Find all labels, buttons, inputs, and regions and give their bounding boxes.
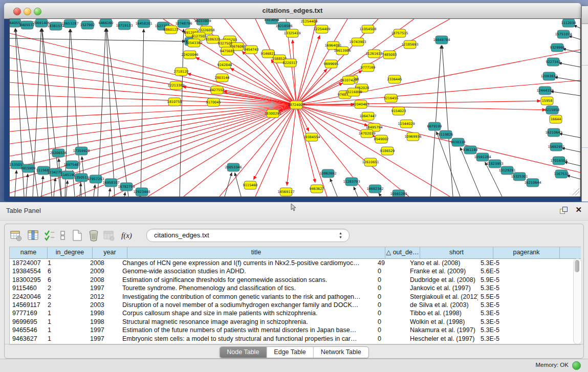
table-row[interactable]: 946362711997Embryonic stem cells: a mode… <box>10 335 581 343</box>
network-node[interactable]: 16210644 <box>524 179 541 187</box>
network-edge[interactable] <box>187 74 296 105</box>
network-edge[interactable] <box>26 174 28 196</box>
network-node[interactable]: 14569117 <box>277 188 294 196</box>
network-node[interactable]: 9475685 <box>220 47 235 55</box>
network-node[interactable]: 11823953 <box>486 160 503 168</box>
column-header-in_degree[interactable]: in_degree <box>48 247 93 258</box>
table-settings-icon[interactable] <box>10 229 22 242</box>
table-row[interactable]: 1456911722003Disruption of a novel membe… <box>10 301 581 309</box>
select-rows-icon[interactable] <box>43 229 56 242</box>
network-edge[interactable] <box>112 105 296 196</box>
network-node[interactable]: 10719133 <box>116 21 133 30</box>
network-node[interactable]: 16958107 <box>102 179 119 187</box>
network-node[interactable]: 18724007 <box>288 101 304 109</box>
network-edge[interactable] <box>41 176 43 196</box>
network-node[interactable]: 8549002 <box>374 135 389 143</box>
network-node[interactable]: 3915909 <box>21 164 36 172</box>
network-node[interactable]: 12254409 <box>313 25 330 33</box>
network-node[interactable]: 1350513 <box>74 173 89 182</box>
network-node[interactable]: 8405572 <box>20 21 35 29</box>
network-edge[interactable] <box>184 105 296 196</box>
network-node[interactable]: 9699695 <box>324 60 339 68</box>
table-row[interactable]: 911546021997Tourette syndrome. Phenomeno… <box>10 284 581 292</box>
table-selector-combobox[interactable]: citations_edges.txt ▲▼ <box>146 229 350 242</box>
network-node[interactable]: 14702039 <box>358 129 375 138</box>
network-node[interactable]: 10543382 <box>185 39 202 47</box>
network-node[interactable]: 12923448 <box>133 188 150 196</box>
network-node[interactable]: 9170045 <box>206 98 221 106</box>
network-node[interactable]: 2336445 <box>387 75 402 83</box>
network-edge[interactable] <box>296 105 546 110</box>
network-edge[interactable] <box>225 173 232 196</box>
network-edge[interactable] <box>567 176 580 179</box>
network-edge[interactable] <box>10 105 296 119</box>
table-vertical-scrollbar[interactable] <box>573 258 582 344</box>
network-node[interactable]: 10653287 <box>61 19 78 28</box>
network-node[interactable]: 9242844 <box>217 61 232 69</box>
network-node[interactable]: 16458201 <box>135 19 152 28</box>
network-node[interactable]: 13216899 <box>345 88 362 96</box>
network-node[interactable]: 1112038 <box>561 19 576 27</box>
network-edge[interactable] <box>551 92 580 96</box>
column-header-pagerank[interactable]: pagerank <box>493 247 560 258</box>
network-node[interactable]: 15325301 <box>511 172 528 181</box>
import-table-icon-disabled[interactable] <box>103 229 115 242</box>
network-node[interactable]: 9038338 <box>451 138 466 146</box>
network-edge[interactable] <box>94 185 95 196</box>
table-row[interactable]: 1830029562008Estimation of significance … <box>10 276 581 284</box>
network-node[interactable]: 9227343 <box>546 58 561 66</box>
network-edge[interactable] <box>296 105 580 172</box>
network-node[interactable]: 16033809 <box>194 19 211 25</box>
network-node[interactable]: 2803144 <box>215 74 230 82</box>
tab-network-table[interactable]: Network Table <box>314 347 368 358</box>
network-node[interactable]: 9777169 <box>361 63 376 72</box>
network-node[interactable]: 20053346 <box>225 163 242 171</box>
column-header-out_de[interactable]: △ out_de… <box>385 247 420 258</box>
table-row[interactable]: 969969511998Structural magnetic resonanc… <box>10 318 581 326</box>
network-node[interactable]: 19384554 <box>303 133 320 141</box>
network-node[interactable]: 1810755 <box>167 98 182 106</box>
network-node[interactable]: 8220317 <box>283 59 298 67</box>
network-edge[interactable] <box>124 192 125 196</box>
network-edge[interactable] <box>330 179 337 196</box>
delete-trash-icon[interactable] <box>88 229 100 242</box>
network-canvas[interactable]: 2640557840557220691406183815741065328715… <box>9 18 581 197</box>
network-node[interactable]: 1145190 <box>61 171 76 179</box>
table-row[interactable]: 2242004622012Investigating the contribut… <box>10 293 581 301</box>
network-node[interactable]: 13129291 <box>498 166 515 174</box>
network-node[interactable]: 2718120 <box>174 68 189 76</box>
network-node[interactable]: 1527902 <box>80 21 95 29</box>
network-node[interactable]: 3216455 <box>384 94 399 102</box>
network-edge[interactable] <box>66 181 68 196</box>
network-edge[interactable] <box>287 105 296 185</box>
network-edge[interactable] <box>235 173 241 196</box>
function-builder-icon[interactable]: f(x) <box>121 229 137 242</box>
network-node[interactable]: 16782759 <box>118 183 135 191</box>
column-header-title[interactable]: title <box>127 247 385 258</box>
column-header-name[interactable]: name <box>10 247 48 258</box>
network-node[interactable]: 9154023 <box>391 107 406 115</box>
network-edge[interactable] <box>379 193 381 196</box>
network-edge[interactable] <box>10 105 296 156</box>
network-node[interactable]: 11544029 <box>398 120 415 128</box>
network-node[interactable]: 8119826 <box>439 130 453 139</box>
network-node[interactable]: 7485083 <box>382 51 397 59</box>
close-panel-icon[interactable]: ✕ <box>575 205 582 214</box>
network-edge[interactable] <box>255 105 296 196</box>
network-node[interactable]: 8313054 <box>265 19 279 24</box>
network-node[interactable]: 11054508 <box>359 25 376 33</box>
network-node[interactable]: 15958 <box>541 97 553 105</box>
network-edge[interactable] <box>54 178 55 196</box>
network-node[interactable]: 8427552 <box>210 86 225 94</box>
select-column-icon[interactable] <box>27 229 39 242</box>
network-node[interactable]: 10647447 <box>359 112 376 120</box>
network-node[interactable]: 10862692 <box>319 169 336 178</box>
column-header-year[interactable]: year <box>93 247 127 258</box>
network-node[interactable]: 11261618 <box>365 50 382 58</box>
network-node[interactable]: 20206536 <box>50 149 67 157</box>
network-node[interactable]: 19613986 <box>334 47 351 55</box>
network-node[interactable]: 10975487 <box>63 161 80 169</box>
network-edge[interactable] <box>196 58 296 105</box>
network-node[interactable]: 1167533 <box>554 170 569 178</box>
network-node[interactable]: 9186529 <box>380 147 395 155</box>
